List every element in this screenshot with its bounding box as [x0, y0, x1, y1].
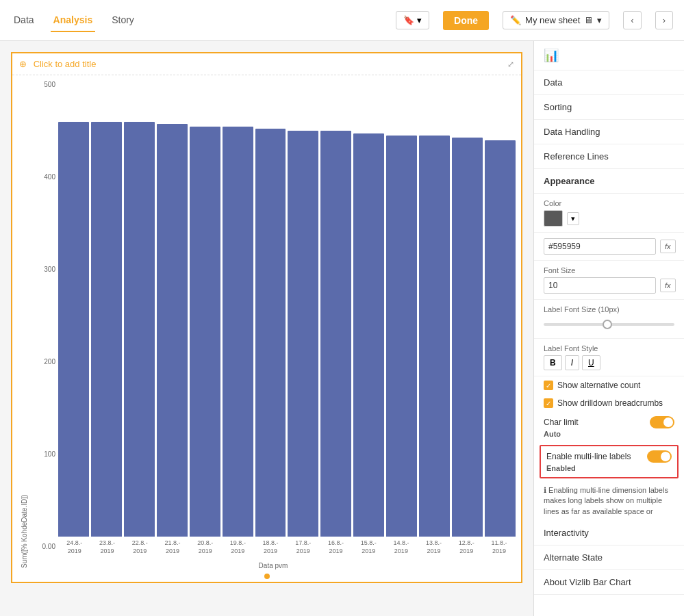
x-tick-12: 12.8.-2019	[459, 539, 474, 555]
color-fx-button[interactable]: fx	[660, 240, 676, 253]
font-size-fx-button[interactable]: fx	[660, 279, 676, 292]
bar-13[interactable]	[485, 140, 516, 537]
color-hex-group: fx	[534, 233, 684, 261]
show-drilldown-row: ✓ Show drilldown breadcrumbs	[534, 394, 684, 412]
bar-11[interactable]	[419, 136, 450, 537]
resize-handle[interactable]	[264, 574, 270, 579]
x-tick-6: 18.8.-2019	[263, 539, 279, 555]
bar-10[interactable]	[386, 136, 417, 537]
tab-data[interactable]: Data	[11, 9, 37, 32]
panel-data[interactable]: Data	[534, 70, 684, 95]
italic-button[interactable]: I	[565, 355, 579, 370]
color-row: ▾	[544, 210, 674, 227]
done-button[interactable]: Done	[443, 11, 489, 30]
plus-icon: ⊕	[19, 59, 27, 69]
bar-9[interactable]	[353, 133, 384, 537]
tab-analysis[interactable]: Analysis	[51, 9, 96, 32]
multi-line-knob	[661, 452, 670, 461]
show-drilldown-label: Show drilldown breadcrumbs	[557, 398, 663, 408]
show-alt-count-checkbox[interactable]: ✓	[544, 381, 553, 390]
label-font-size-label: Label Font Size (10px)	[544, 305, 674, 313]
char-limit-header: Char limit	[544, 416, 674, 428]
chart-title-text: Click to add title	[34, 59, 97, 69]
color-hex-input[interactable]	[544, 238, 656, 255]
tab-story[interactable]: Story	[109, 9, 137, 32]
x-tick-9: 15.8.-2019	[361, 539, 377, 555]
bookmark-icon: 🔖	[403, 15, 414, 25]
panel-sorting[interactable]: Sorting	[534, 95, 684, 120]
chart-container: ⊕ Click to add title ⤢ Sum([% KohdeDate.…	[11, 52, 522, 583]
color-preview[interactable]	[544, 210, 563, 227]
info-text-content: Enabling multi-line dimension labels mak…	[544, 486, 668, 515]
bar-6[interactable]	[255, 129, 286, 537]
font-style-row: B I U	[544, 355, 674, 370]
label-font-style-label: Label Font Style	[544, 344, 674, 352]
color-label: Color	[544, 199, 674, 207]
bookmark-dropdown-icon: ▾	[417, 15, 422, 25]
slider-thumb[interactable]	[603, 320, 612, 329]
chart-title[interactable]: ⊕ Click to add title	[19, 59, 96, 69]
panel-alternate-state[interactable]: Alternate State	[534, 546, 684, 570]
bookmark-button[interactable]: 🔖 ▾	[396, 11, 429, 29]
prev-button[interactable]: ‹	[623, 11, 641, 29]
bar-4[interactable]	[190, 127, 220, 537]
expand-icon[interactable]: ⤢	[507, 60, 514, 69]
show-alt-count-row: ✓ Show alternative count	[534, 376, 684, 394]
bold-button[interactable]: B	[544, 355, 562, 370]
panel-icon-row: 📊	[534, 41, 684, 70]
y-axis-label: Sum([% KohdeDate.ID])	[18, 81, 31, 571]
bar-0[interactable]	[58, 122, 89, 537]
chart-title-bar: ⊕ Click to add title ⤢	[12, 53, 521, 75]
x-tick-2: 22.8.-2019	[132, 539, 148, 555]
chart-bottom-handle	[12, 571, 521, 582]
char-limit-toggle[interactable]	[650, 416, 674, 428]
chart-plot: 500 400 300 200 100 0.00 24.8.-201923.8.…	[31, 81, 516, 571]
next-button[interactable]: ›	[655, 11, 673, 29]
panel-appearance[interactable]: Appearance	[534, 169, 684, 194]
panel-interactivity[interactable]: Interactivity	[534, 521, 684, 546]
y-tick-200: 200	[44, 358, 55, 365]
multi-line-toggle[interactable]	[647, 450, 672, 463]
color-dropdown-button[interactable]: ▾	[567, 212, 579, 225]
bar-7[interactable]	[288, 131, 318, 537]
font-size-group: Font Size fx	[534, 261, 684, 300]
bars-area	[58, 81, 516, 537]
show-drilldown-checkbox[interactable]: ✓	[544, 398, 553, 408]
multi-line-value: Enabled	[546, 464, 576, 472]
x-tick-3: 21.8.-2019	[164, 539, 180, 555]
multi-line-header: Enable multi-line labels	[546, 450, 672, 463]
color-field-group: Color ▾	[534, 194, 684, 233]
x-tick-13: 11.8.-2019	[491, 539, 507, 555]
x-tick-11: 13.8.-2019	[426, 539, 442, 555]
x-tick-7: 17.8.-2019	[295, 539, 311, 555]
edit-icon: ✏️	[510, 15, 521, 25]
slider-track[interactable]	[544, 323, 674, 326]
bar-12[interactable]	[452, 138, 483, 537]
bar-1[interactable]	[91, 122, 122, 537]
x-tick-4: 20.8.-2019	[197, 539, 213, 555]
sheet-dropdown-icon: ▾	[597, 15, 602, 25]
top-nav: Data Analysis Story 🔖 ▾ Done ✏️ My new s…	[0, 0, 684, 41]
underline-button[interactable]: U	[582, 355, 600, 370]
panel-reference-lines[interactable]: Reference Lines	[534, 144, 684, 169]
x-tick-5: 19.8.-2019	[230, 539, 246, 555]
sheet-selector[interactable]: ✏️ My new sheet 🖥 ▾	[503, 11, 609, 29]
panel-data-handling[interactable]: Data Handling	[534, 120, 684, 144]
info-text: ℹ Enabling multi-line dimension labels m…	[534, 481, 684, 521]
bar-8[interactable]	[320, 131, 351, 537]
sheet-label: My new sheet	[525, 15, 580, 25]
x-tick-0: 24.8.-2019	[66, 539, 82, 555]
chart-icon: 📊	[544, 49, 559, 62]
show-alt-count-label: Show alternative count	[557, 381, 640, 390]
font-size-label: Font Size	[544, 266, 674, 274]
bar-5[interactable]	[223, 127, 253, 537]
font-size-row: fx	[544, 277, 674, 294]
sheet-icon: 🖥	[584, 15, 593, 25]
char-limit-knob	[663, 418, 673, 427]
bar-2[interactable]	[124, 122, 155, 537]
panel-about[interactable]: About Vizlib Bar Chart	[534, 570, 684, 595]
font-size-input[interactable]	[544, 277, 656, 294]
bar-3[interactable]	[157, 124, 188, 537]
y-tick-100: 100	[44, 450, 55, 458]
x-tick-1: 23.8.-2019	[99, 539, 115, 555]
